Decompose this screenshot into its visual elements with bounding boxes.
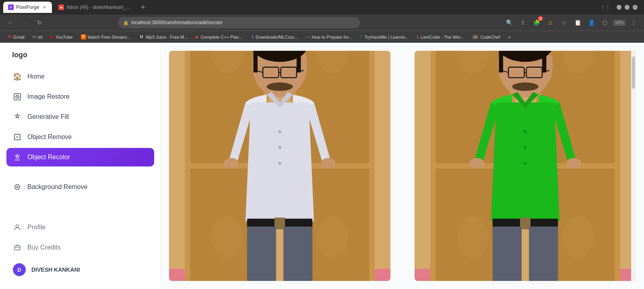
- bookmark-youtube[interactable]: ▶ YouTube: [47, 33, 76, 41]
- original-image: [169, 51, 390, 281]
- svg-rect-24: [297, 51, 301, 73]
- svg-point-71: [524, 162, 527, 165]
- sidebar-item-background-remove[interactable]: Background Remove: [6, 178, 154, 196]
- bookmark-favicon-cpp: ▶: [196, 35, 199, 39]
- object-remove-icon: [13, 133, 22, 141]
- sidebar-item-generative-fill[interactable]: Generative Fill: [6, 108, 154, 126]
- sidebar-item-label-background-remove: Background Remove: [27, 183, 87, 191]
- back-button[interactable]: ←: [5, 17, 16, 28]
- extensions-icon[interactable]: 🧩 9: [531, 17, 542, 28]
- address-bar[interactable]: 🔒 localhost:3000/transformations/add/rec…: [118, 17, 360, 28]
- original-image-panel: [169, 51, 390, 281]
- bookmark-favicon-mt: m: [33, 35, 36, 39]
- zoom-icon[interactable]: 🔍: [504, 17, 515, 28]
- svg-point-38: [224, 158, 239, 168]
- sidebar-item-label-image-restore: Image Restore: [27, 93, 70, 100]
- close-button[interactable]: ✕: [633, 5, 638, 10]
- app-logo: logo: [12, 51, 27, 59]
- svg-rect-74: [415, 269, 430, 281]
- svg-rect-41: [375, 269, 390, 281]
- window-controls: ⋮⋮ — □ ✕: [601, 4, 641, 10]
- sidebar-item-object-remove[interactable]: Object Remove: [6, 128, 154, 146]
- svg-point-53: [457, 216, 489, 258]
- recolored-image-wrapper: [415, 51, 636, 281]
- home-icon: 🏠: [13, 72, 22, 81]
- vpn-badge[interactable]: VPN: [613, 20, 625, 26]
- bookmark-label-thm: TryHackMe | Learnin...: [364, 35, 409, 40]
- sidebar-item-buy-credits[interactable]: Buy Credits: [6, 238, 154, 257]
- scrollbar[interactable]: [631, 51, 636, 281]
- tab-gmail[interactable]: M Inbox (49) - diveshkankani_iot_2022...: [54, 2, 136, 13]
- bookmark-cpp[interactable]: ▶ Complete C++ Plac...: [192, 33, 246, 41]
- recolored-image-panel: [415, 51, 636, 281]
- bookmark-favicon-howto: —: [306, 35, 310, 39]
- tab-close-pixelforge[interactable]: ✕: [41, 4, 47, 10]
- toolbar-icons: 🔍 ⇪ 🧩 9 ⚠ ☆ 📋 👤 ⬡ VPN ⋮: [504, 17, 639, 28]
- address-bar-row: ← → ↻ 🔒 localhost:3000/transformations/a…: [0, 15, 644, 31]
- recolored-image: [415, 51, 636, 281]
- sidebar-item-label-object-recolor: Object Recolor: [27, 154, 70, 161]
- bookmark-label-watch: Watch Free Streami...: [88, 35, 131, 40]
- user-profile-item[interactable]: D DIVESH KANKANI: [6, 258, 154, 281]
- sidebar-item-image-restore[interactable]: Image Restore: [6, 87, 154, 106]
- sidebar-item-profile[interactable]: Profile: [6, 218, 154, 237]
- svg-point-20: [317, 216, 349, 258]
- sidebar-item-home[interactable]: 🏠 Home: [6, 67, 154, 86]
- nav-divider: [6, 168, 154, 176]
- more-bookmarks-button[interactable]: »: [505, 33, 514, 41]
- bookmark-label-cc: CodeChef: [480, 35, 500, 40]
- tab-title-gmail: Inbox (49) - diveshkankani_iot_2022...: [66, 4, 131, 10]
- alert-icon[interactable]: ⚠: [545, 17, 556, 28]
- tab-bar: P PixelForge ✕ M Inbox (49) - diveshkank…: [0, 0, 644, 15]
- reading-list-icon[interactable]: 📋: [572, 17, 583, 28]
- image-gap: [398, 51, 407, 281]
- menu-icon[interactable]: ⋮: [628, 17, 639, 28]
- svg-rect-7: [14, 246, 20, 250]
- logo-area: logo: [0, 51, 161, 67]
- window-list-icon[interactable]: ⋮⋮: [601, 4, 610, 10]
- sidebar-item-label-buy-credits: Buy Credits: [27, 244, 61, 251]
- lock-icon: 🔒: [123, 20, 129, 25]
- bottom-divider: [0, 210, 161, 218]
- bookmark-label-lc: LeetCode - The Wor...: [421, 35, 464, 40]
- bookmark-codechef[interactable]: cc CodeChef: [469, 33, 504, 41]
- refresh-button[interactable]: ↻: [34, 17, 45, 28]
- restore-button[interactable]: □: [625, 5, 630, 10]
- browser-chrome: P PixelForge ✕ M Inbox (49) - diveshkank…: [0, 0, 644, 43]
- forward-button[interactable]: →: [19, 17, 31, 28]
- svg-rect-33: [247, 227, 276, 281]
- bookmark-favicon-gmail: M: [8, 35, 11, 39]
- object-recolor-icon: [13, 153, 22, 162]
- bookmark-howto[interactable]: — How to Prepare for...: [303, 33, 355, 41]
- bookmark-mp3juice[interactable]: M Mp3 Juice - Free M...: [135, 33, 191, 41]
- bottom-nav: Profile Buy Credits D DIVESH KANKANI: [0, 218, 161, 281]
- share-icon[interactable]: ⇪: [517, 17, 528, 28]
- bookmark-downloads[interactable]: ⬇ Downloads/MLCour...: [248, 33, 301, 41]
- svg-rect-23: [254, 51, 258, 73]
- sidebar-item-label-generative-fill: Generative Fill: [27, 113, 69, 121]
- bookmark-leetcode[interactable]: L LeetCode - The Wor...: [414, 33, 467, 41]
- new-tab-button[interactable]: +: [137, 2, 149, 13]
- svg-point-54: [562, 216, 594, 258]
- svg-point-39: [321, 158, 336, 168]
- svg-rect-57: [499, 51, 503, 73]
- profile-nav-icon: [13, 223, 22, 232]
- bookmark-favicon-thm: T: [360, 35, 363, 39]
- bookmark-mt[interactable]: m mt: [29, 33, 46, 41]
- scrollbar-thumb[interactable]: [632, 56, 635, 89]
- user-name: DIVESH KANKANI: [31, 266, 80, 273]
- sidebar-item-object-recolor[interactable]: Object Recolor: [6, 148, 154, 166]
- profile-icon[interactable]: 👤: [586, 17, 597, 28]
- bookmark-tryhackme[interactable]: T TryHackMe | Learnin...: [357, 33, 412, 41]
- svg-point-35: [278, 130, 281, 133]
- bookmark-label-mp3: Mp3 Juice - Free M...: [146, 35, 188, 40]
- svg-rect-58: [542, 51, 546, 73]
- bookmark-watch-free[interactable]: P Watch Free Streami...: [78, 33, 134, 41]
- main-content: [161, 43, 644, 289]
- svg-rect-32: [275, 218, 285, 229]
- minimize-button[interactable]: —: [617, 5, 621, 10]
- bookmark-gmail[interactable]: M Gmail: [5, 33, 28, 41]
- bookmark-star-icon[interactable]: ☆: [558, 17, 570, 28]
- tab-search-icon[interactable]: ⬡: [599, 17, 611, 28]
- tab-pixelforge[interactable]: P PixelForge ✕: [3, 2, 52, 13]
